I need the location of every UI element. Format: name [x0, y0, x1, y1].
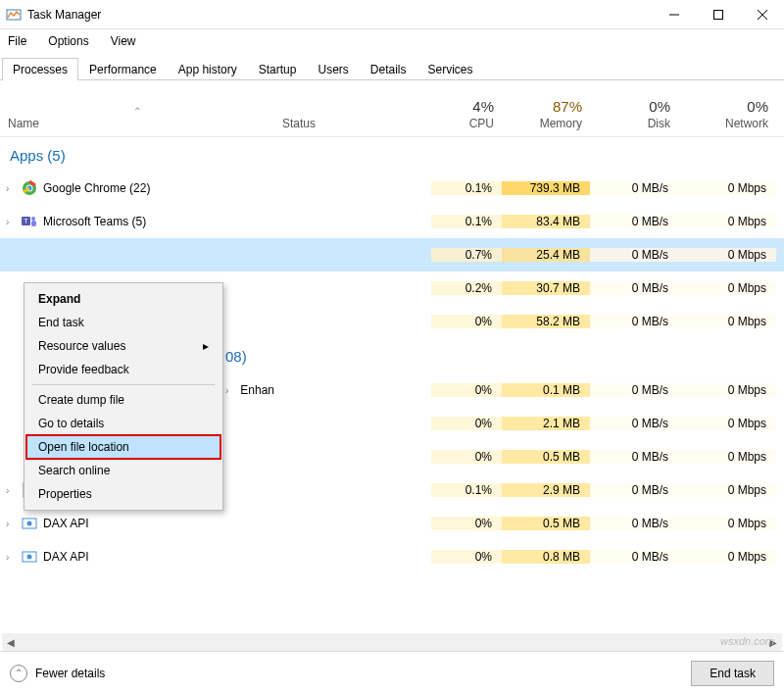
col-disk[interactable]: 0% Disk	[590, 80, 678, 136]
title-bar: Task Manager	[0, 0, 784, 29]
cpu-cell: 0%	[431, 550, 502, 564]
tab-startup[interactable]: Startup	[248, 58, 308, 80]
app-icon	[6, 7, 22, 23]
memory-cell: 2.9 MB	[502, 483, 590, 497]
menu-view[interactable]: View	[107, 32, 140, 50]
cpu-cell: 0%	[431, 450, 502, 464]
memory-cell: 0.8 MB	[502, 550, 590, 564]
cpu-cell: 0.1%	[431, 483, 502, 497]
disk-cell: 0 MB/s	[590, 248, 678, 262]
col-status[interactable]: Status	[274, 80, 431, 136]
process-icon	[22, 549, 37, 565]
group-apps[interactable]: Apps (5)	[0, 137, 784, 172]
tab-processes[interactable]: Processes	[2, 58, 78, 80]
memory-cell: 739.3 MB	[502, 181, 590, 195]
chevron-right-icon: ›	[225, 385, 228, 396]
maximize-button[interactable]	[696, 0, 740, 29]
process-name: Enhan...	[240, 383, 274, 397]
context-item-search-online[interactable]: Search online	[26, 459, 220, 482]
context-item-go-to-details[interactable]: Go to details	[26, 412, 220, 435]
cpu-cell: 0%	[431, 383, 502, 397]
network-cell: 0 Mbps	[678, 483, 776, 497]
svg-point-19	[27, 555, 32, 560]
memory-cell: 25.4 MB	[502, 248, 590, 262]
disk-cell: 0 MB/s	[590, 450, 678, 464]
col-name[interactable]: ⌃ Name	[0, 80, 274, 136]
network-cell: 0 Mbps	[678, 248, 776, 262]
end-task-button[interactable]: End task	[691, 661, 774, 686]
network-cell: 0 Mbps	[678, 417, 776, 430]
menu-options[interactable]: Options	[44, 32, 92, 50]
cpu-cell: 0.1%	[431, 181, 502, 195]
disk-cell: 0 MB/s	[590, 517, 678, 530]
fewer-details-button[interactable]: ⌃ Fewer details	[10, 665, 105, 682]
minimize-button[interactable]	[652, 0, 696, 29]
process-name: Microsoft Teams (5)	[43, 215, 146, 228]
memory-cell: 2.1 MB	[502, 417, 590, 430]
cpu-cell: 0%	[431, 517, 502, 530]
process-row[interactable]: 0.7%25.4 MB0 MB/s0 Mbps	[0, 238, 784, 272]
chevron-right-icon: ›	[6, 485, 16, 496]
tab-details[interactable]: Details	[360, 58, 417, 80]
disk-cell: 0 MB/s	[590, 315, 678, 328]
context-item-properties[interactable]: Properties	[26, 482, 220, 506]
disk-cell: 0 MB/s	[590, 550, 678, 564]
menu-file[interactable]: File	[4, 32, 30, 50]
chevron-right-icon: ›	[6, 217, 16, 227]
process-icon: T	[22, 214, 37, 229]
network-cell: 0 Mbps	[678, 550, 776, 564]
network-cell: 0 Mbps	[678, 450, 776, 464]
scroll-left-icon[interactable]: ◀	[2, 633, 20, 651]
context-item-create-dump-file[interactable]: Create dump file	[26, 388, 220, 412]
disk-cell: 0 MB/s	[590, 483, 678, 497]
sort-indicator-icon: ⌃	[8, 106, 267, 117]
cpu-cell: 0%	[431, 315, 502, 328]
context-item-open-file-location[interactable]: Open file location	[26, 435, 220, 459]
cpu-cell: 0.2%	[431, 281, 502, 295]
context-item-expand[interactable]: Expand	[26, 287, 220, 311]
context-separator	[32, 384, 215, 385]
window-title: Task Manager	[27, 8, 652, 22]
memory-cell: 0.5 MB	[502, 517, 590, 530]
cpu-cell: 0%	[431, 417, 502, 430]
process-row[interactable]: ›TMicrosoft Teams (5)0.1%83.4 MB0 MB/s0 …	[0, 205, 784, 238]
process-icon	[22, 516, 37, 531]
process-row[interactable]: ›Google Chrome (22)0.1%739.3 MB0 MB/s0 M…	[0, 172, 784, 205]
network-cell: 0 Mbps	[678, 281, 776, 295]
context-item-provide-feedback[interactable]: Provide feedback	[26, 358, 220, 381]
process-icon	[22, 180, 37, 196]
context-item-resource-values[interactable]: Resource values▸	[26, 334, 220, 358]
context-item-end-task[interactable]: End task	[26, 311, 220, 334]
svg-text:T: T	[24, 218, 28, 224]
close-button[interactable]	[740, 0, 784, 29]
tab-bar: Processes Performance App history Startu…	[0, 53, 784, 80]
svg-rect-2	[713, 10, 722, 19]
memory-cell: 0.1 MB	[502, 383, 590, 397]
process-name: Google Chrome (22)	[43, 181, 150, 195]
memory-cell: 58.2 MB	[502, 315, 590, 328]
chevron-up-icon: ⌃	[10, 665, 27, 682]
disk-cell: 0 MB/s	[590, 215, 678, 228]
tab-app-history[interactable]: App history	[168, 58, 248, 80]
col-cpu[interactable]: 4% CPU	[431, 80, 502, 136]
col-network[interactable]: 0% Network	[678, 80, 776, 136]
process-name: DAX API	[43, 550, 89, 564]
network-cell: 0 Mbps	[678, 383, 776, 397]
disk-cell: 0 MB/s	[590, 181, 678, 195]
cpu-cell: 0.1%	[431, 215, 502, 228]
tab-users[interactable]: Users	[307, 58, 359, 80]
disk-cell: 0 MB/s	[590, 383, 678, 397]
col-memory[interactable]: 87% Memory	[502, 80, 590, 136]
process-name: DAX API	[43, 517, 89, 530]
network-cell: 0 Mbps	[678, 517, 776, 530]
svg-point-17	[27, 521, 32, 526]
tab-performance[interactable]: Performance	[78, 58, 168, 80]
disk-cell: 0 MB/s	[590, 417, 678, 430]
memory-cell: 30.7 MB	[502, 281, 590, 295]
tab-services[interactable]: Services	[417, 58, 484, 80]
process-row[interactable]: ›DAX API0%0.8 MB0 MB/s0 Mbps	[0, 540, 784, 573]
process-row[interactable]: ›DAX API0%0.5 MB0 MB/s0 Mbps	[0, 507, 784, 540]
cpu-cell: 0.7%	[431, 248, 502, 262]
network-cell: 0 Mbps	[678, 215, 776, 228]
horizontal-scrollbar[interactable]: ◀ ▶	[2, 633, 782, 651]
